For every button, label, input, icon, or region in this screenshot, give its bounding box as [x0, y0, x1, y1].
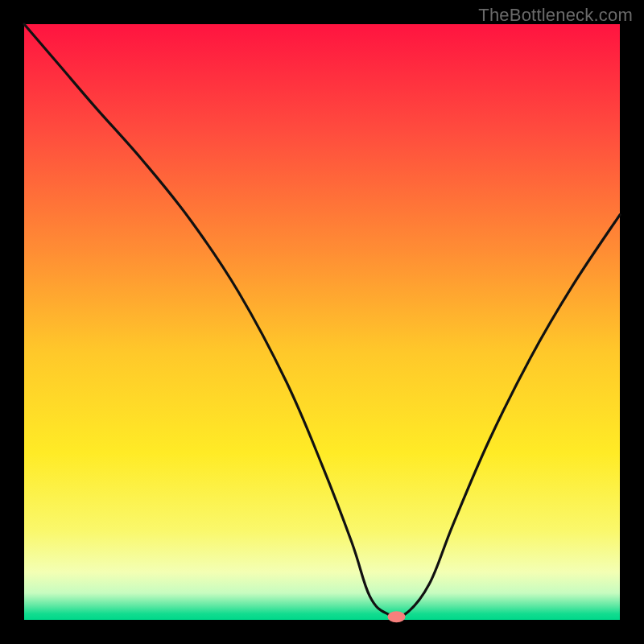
plot-background [24, 24, 620, 620]
optimal-point-marker [388, 611, 406, 622]
chart-frame: TheBottleneck.com [0, 0, 644, 644]
watermark-text: TheBottleneck.com [478, 5, 633, 26]
bottleneck-chart [0, 0, 644, 644]
